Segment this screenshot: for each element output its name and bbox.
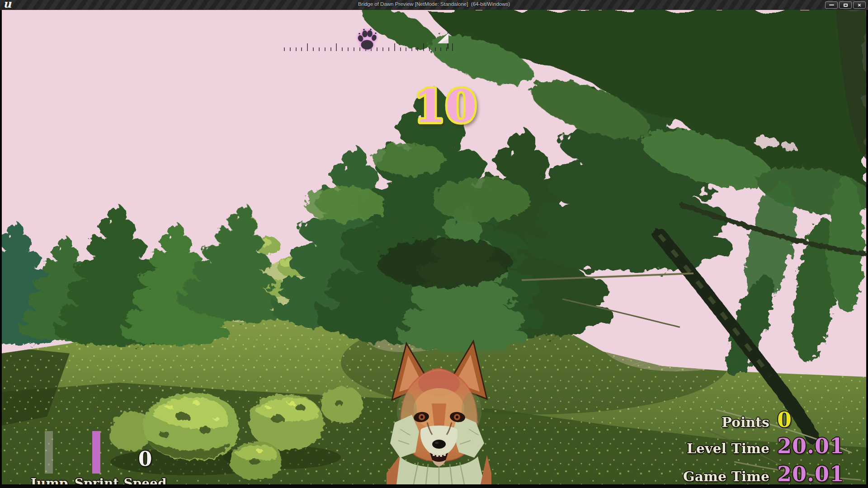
- window-border-bottom: [0, 484, 868, 488]
- paw-icon: [356, 28, 378, 52]
- score-value: 10: [414, 80, 476, 133]
- maximize-button[interactable]: [839, 1, 852, 9]
- points-label: Points: [666, 414, 769, 430]
- flag-marker: [436, 32, 452, 52]
- game-window: u Bridge of Dawn Preview [NetMode: Stand…: [0, 0, 868, 488]
- minimize-button[interactable]: [825, 1, 838, 9]
- window-titlebar[interactable]: u Bridge of Dawn Preview [NetMode: Stand…: [0, 0, 868, 10]
- points-row: Points 0: [666, 408, 792, 432]
- game-time-value: 20.01: [777, 462, 844, 484]
- level-time-label: Level Time: [666, 441, 769, 456]
- sprint-meter-bar: [92, 431, 100, 474]
- level-time-value: 20.01: [777, 434, 844, 458]
- game-viewport[interactable]: 10 Jump Sprint Speed 0 Points 0 Level Ti…: [2, 10, 866, 484]
- progress-tracker: [284, 43, 452, 51]
- window-controls: ✕: [825, 1, 866, 9]
- paw-marker: [356, 28, 378, 54]
- speed-label: Speed: [118, 476, 172, 484]
- score-counter: 10: [407, 79, 484, 134]
- level-time-row: Level Time 20.01: [666, 434, 844, 458]
- jump-label: Jump: [22, 476, 76, 484]
- speed-value: 0: [120, 447, 170, 470]
- sprint-label: Sprint: [70, 476, 124, 484]
- flag-icon: [436, 32, 452, 51]
- window-title: Bridge of Dawn Preview [NetMode: Standal…: [0, 1, 868, 7]
- game-time-label: Game Time: [666, 469, 769, 484]
- minimize-icon: [829, 5, 834, 5]
- points-value: 0: [777, 408, 792, 432]
- maximize-icon: [844, 4, 848, 7]
- game-time-row: Game Time 20.01: [666, 462, 844, 484]
- jump-meter-bar: [45, 431, 53, 474]
- close-button[interactable]: ✕: [853, 1, 866, 9]
- close-icon: ✕: [858, 3, 861, 8]
